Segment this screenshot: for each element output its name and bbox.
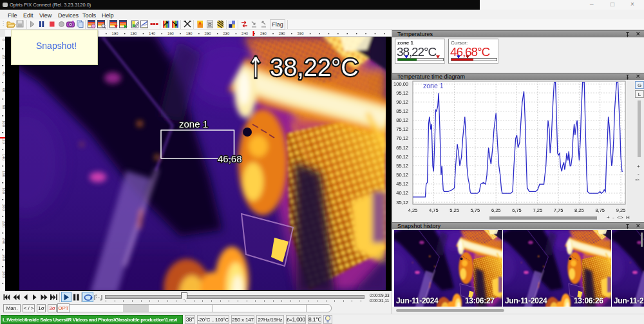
svg-text:95,12: 95,12 [396,90,408,96]
svg-text:200: 200 [2,204,5,211]
svg-text:38,22°C: 38,22°C [270,54,359,81]
svg-text:45,12: 45,12 [396,181,408,187]
svg-text:0: 0 [2,39,5,41]
svg-text:7,75: 7,75 [554,207,564,213]
svg-text:100: 100 [2,120,5,128]
svg-text:180: 180 [2,187,5,195]
svg-text:85,12: 85,12 [396,108,408,114]
svg-text:5,25: 5,25 [450,207,459,213]
svg-text:100,00: 100,00 [393,81,408,87]
svg-text:80: 80 [2,105,5,110]
svg-text:160: 160 [2,171,5,178]
svg-text:50,12: 50,12 [396,172,408,178]
svg-text:140: 140 [2,154,5,161]
svg-text:8,75: 8,75 [595,207,605,213]
svg-text:zone 1: zone 1 [423,82,444,90]
svg-text:4,75: 4,75 [429,207,439,213]
svg-text:20: 20 [2,55,5,59]
svg-text:46,68: 46,68 [218,153,242,164]
svg-text:60: 60 [2,88,5,93]
svg-text:260: 260 [2,254,5,262]
svg-text:280: 280 [2,271,5,278]
svg-text:5,75: 5,75 [471,207,480,213]
svg-text:6,75: 6,75 [512,207,522,213]
svg-text:zone 1: zone 1 [179,119,208,129]
svg-text:9,25: 9,25 [616,207,626,213]
svg-text:8,25: 8,25 [574,207,584,213]
svg-text:40,12: 40,12 [396,190,408,196]
svg-text:75,12: 75,12 [396,126,408,132]
svg-text:35,12: 35,12 [396,200,408,205]
svg-text:80,12: 80,12 [396,117,408,123]
svg-text:7,25: 7,25 [533,207,542,213]
svg-text:65,12: 65,12 [396,145,408,151]
svg-text:60,12: 60,12 [396,154,408,160]
svg-text:240: 240 [2,238,5,245]
svg-text:6,25: 6,25 [491,207,501,213]
svg-text:b: b [100,298,102,301]
svg-text:4,25: 4,25 [408,207,418,213]
svg-text:220: 220 [2,221,5,228]
svg-text:55,12: 55,12 [396,163,408,169]
svg-text:a: a [95,293,97,297]
svg-text:40: 40 [2,71,5,76]
svg-text:70,12: 70,12 [396,135,408,141]
svg-text:90,12: 90,12 [396,99,408,105]
